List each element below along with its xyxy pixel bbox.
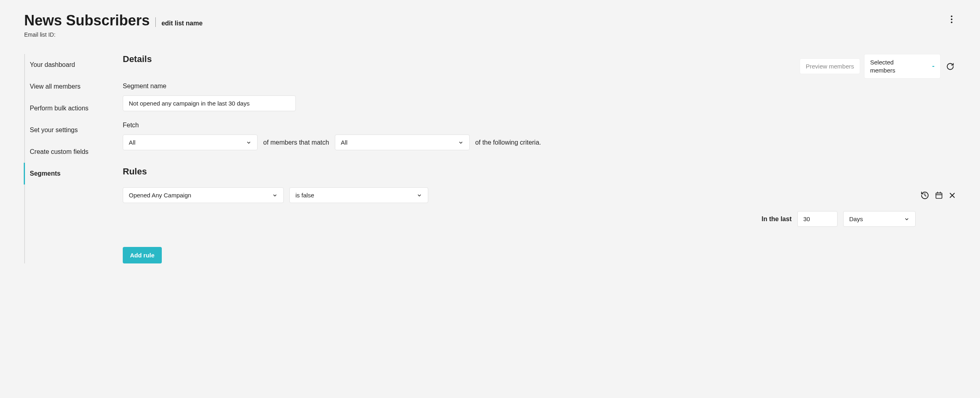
fetch-end-text: of the following criteria. xyxy=(475,139,541,146)
rule-field-value: Opened Any Campaign xyxy=(129,192,191,199)
rule-remove-button[interactable] xyxy=(949,192,956,199)
fetch-label: Fetch xyxy=(123,122,956,129)
add-rule-button[interactable]: Add rule xyxy=(123,247,162,263)
kebab-icon xyxy=(951,15,953,23)
selected-members-count: - xyxy=(932,62,935,70)
fetch-quantity-select[interactable]: All xyxy=(123,135,258,150)
sidebar: Your dashboard View all members Perform … xyxy=(24,54,123,263)
timeframe-label: In the last xyxy=(761,216,792,223)
chevron-down-icon xyxy=(246,140,252,145)
svg-point-1 xyxy=(951,19,953,20)
rule-field-select[interactable]: Opened Any Campaign xyxy=(123,187,284,203)
rule-date-button[interactable] xyxy=(935,191,943,199)
selected-members-badge: Selected members - xyxy=(864,54,941,79)
rule-condition-value: is false xyxy=(295,192,314,199)
svg-point-0 xyxy=(951,16,953,17)
segment-name-label: Segment name xyxy=(123,83,956,90)
sidebar-item-members[interactable]: View all members xyxy=(24,76,123,97)
timeframe-value-input[interactable]: 30 xyxy=(797,211,838,227)
timeframe-unit-select[interactable]: Days xyxy=(843,211,916,227)
match-type-select[interactable]: All xyxy=(335,135,470,150)
calendar-icon xyxy=(935,191,943,199)
svg-point-2 xyxy=(951,22,953,23)
edit-list-name-link[interactable]: edit list name xyxy=(161,20,202,27)
more-options-button[interactable] xyxy=(947,12,956,27)
timeframe-unit-value: Days xyxy=(849,216,863,222)
history-icon xyxy=(920,191,929,200)
chevron-down-icon xyxy=(904,216,910,222)
rules-heading: Rules xyxy=(123,166,956,177)
sidebar-item-custom-fields[interactable]: Create custom fields xyxy=(24,141,123,163)
sidebar-item-dashboard[interactable]: Your dashboard xyxy=(24,54,123,76)
rule-condition-select[interactable]: is false xyxy=(289,187,428,203)
rule-history-button[interactable] xyxy=(920,191,929,200)
refresh-icon xyxy=(946,62,954,70)
timeframe-value: 30 xyxy=(803,216,810,222)
sidebar-item-settings[interactable]: Set your settings xyxy=(24,119,123,141)
preview-members-button[interactable]: Preview members xyxy=(800,58,860,74)
sidebar-item-segments[interactable]: Segments xyxy=(24,163,123,184)
segment-name-input[interactable] xyxy=(123,95,296,111)
match-type-value: All xyxy=(341,139,348,146)
selected-members-label: Selected members xyxy=(870,58,902,74)
fetch-mid-text: of members that match xyxy=(263,139,329,146)
page-title: News Subscribers xyxy=(24,12,150,29)
refresh-button[interactable] xyxy=(945,61,956,72)
close-icon xyxy=(949,192,956,199)
chevron-down-icon xyxy=(458,140,464,145)
fetch-quantity-value: All xyxy=(129,139,136,146)
svg-rect-3 xyxy=(936,193,942,198)
sidebar-item-bulk-actions[interactable]: Perform bulk actions xyxy=(24,97,123,119)
chevron-down-icon xyxy=(417,193,422,198)
chevron-down-icon xyxy=(272,193,278,198)
email-list-id-label: Email list ID: xyxy=(24,31,202,38)
details-heading: Details xyxy=(123,54,152,64)
title-separator xyxy=(155,17,156,27)
